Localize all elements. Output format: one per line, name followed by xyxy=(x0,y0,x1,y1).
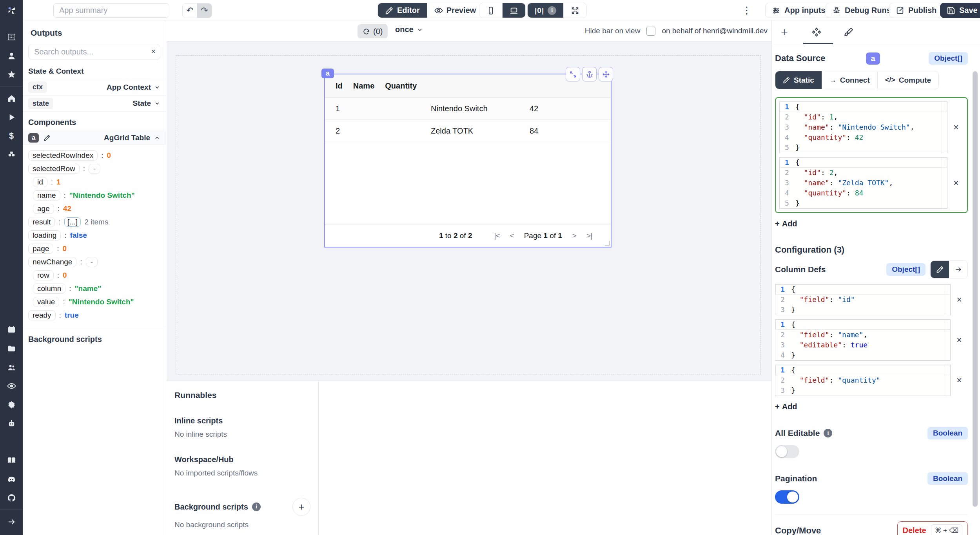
groups-icon[interactable] xyxy=(0,358,23,376)
add-column-def-button[interactable]: +Add xyxy=(775,402,797,411)
cell-name[interactable]: Nintendo Switch xyxy=(420,104,519,113)
remove-item-button[interactable]: × xyxy=(951,375,968,386)
editor-tab[interactable]: Editor xyxy=(378,3,427,18)
prev-page-button[interactable]: < xyxy=(510,231,514,240)
output-key-pill[interactable]: id xyxy=(33,177,47,187)
remove-item-button[interactable]: × xyxy=(951,335,968,345)
cell-id[interactable]: 1 xyxy=(325,104,420,113)
output-tree-row[interactable]: column : "name" xyxy=(33,284,160,294)
output-tree-row[interactable]: selectedRow : - xyxy=(28,164,160,174)
resources-icon[interactable] xyxy=(0,145,23,164)
output-tree-row[interactable]: id : 1 xyxy=(33,177,160,187)
variables-icon[interactable]: $ xyxy=(0,127,23,145)
output-key-pill[interactable]: ready xyxy=(28,310,56,320)
table-header-cell[interactable]: Id xyxy=(325,81,343,90)
undo-button[interactable]: ↶ xyxy=(183,4,197,18)
settings-icon[interactable] xyxy=(0,395,23,414)
table-header-cell[interactable]: Name xyxy=(343,81,374,90)
chevron-down-icon[interactable] xyxy=(154,100,160,107)
output-tree-row[interactable]: ready : true xyxy=(28,310,160,320)
connect-tab[interactable]: → Connect xyxy=(822,71,877,89)
anchor-component-button[interactable] xyxy=(582,67,597,81)
json-editor[interactable]: 1{2 "field": "id"3} xyxy=(775,284,951,315)
all-editable-toggle[interactable] xyxy=(775,445,799,458)
output-tree-row[interactable]: age : 42 xyxy=(33,204,160,214)
frequency-dropdown[interactable]: once xyxy=(395,25,423,34)
fullscreen-button[interactable] xyxy=(563,3,586,18)
output-key-pill[interactable]: page xyxy=(28,244,53,254)
output-tree-row[interactable]: selectedRowIndex : 0 xyxy=(28,150,160,161)
refresh-button[interactable]: (0) xyxy=(358,24,388,38)
rename-pencil-icon[interactable] xyxy=(44,134,51,141)
static-tab[interactable]: Static xyxy=(775,71,822,89)
runs-icon[interactable] xyxy=(0,108,23,127)
collapse-rail-icon[interactable] xyxy=(0,512,23,531)
publish-button[interactable]: Publish xyxy=(889,3,943,18)
component-badge[interactable]: a xyxy=(321,69,334,78)
resize-handle[interactable] xyxy=(605,241,610,246)
desktop-view-button[interactable] xyxy=(502,3,525,18)
discord-icon[interactable] xyxy=(0,470,23,488)
cell-name[interactable]: Zelda TOTK xyxy=(420,127,519,136)
output-key-pill[interactable]: name xyxy=(33,190,60,201)
last-page-button[interactable]: >| xyxy=(586,231,592,240)
app-canvas[interactable]: a Id Name Quantity xyxy=(167,42,771,381)
output-tree-row[interactable]: value : "Nintendo Switch" xyxy=(33,297,160,307)
expand-component-button[interactable] xyxy=(566,67,580,81)
output-key-pill[interactable]: row xyxy=(33,270,54,280)
output-tree-row[interactable]: loading : false xyxy=(28,230,160,240)
styling-tab[interactable] xyxy=(842,26,855,38)
chevron-down-icon[interactable] xyxy=(154,84,160,90)
cell-id[interactable]: 2 xyxy=(325,127,420,136)
docs-icon[interactable] xyxy=(0,451,23,470)
state-context-row[interactable]: state State xyxy=(23,95,166,112)
table-row[interactable]: 2 Zelda TOTK 84 xyxy=(325,120,611,142)
connect-mode-button[interactable] xyxy=(949,261,967,278)
audit-logs-icon[interactable] xyxy=(0,376,23,395)
output-tree-row[interactable]: newChange : - xyxy=(28,257,160,267)
output-tree-row[interactable]: name : "Nintendo Switch" xyxy=(33,190,160,201)
apps-icon[interactable] xyxy=(0,27,23,46)
first-page-button[interactable]: |< xyxy=(494,231,500,240)
state-context-row[interactable]: ctx App Context xyxy=(23,79,166,95)
debug-runs-button[interactable]: Debug Runs xyxy=(826,3,898,18)
delete-component-button[interactable]: Delete ⌘ + ⌫ xyxy=(897,521,968,535)
app-summary-input[interactable] xyxy=(53,3,169,18)
output-tree-row[interactable]: page : 0 xyxy=(28,244,160,254)
cell-quantity[interactable]: 84 xyxy=(519,127,611,136)
pagination-toggle[interactable] xyxy=(775,490,799,504)
app-inputs-button[interactable]: App inputs xyxy=(765,3,832,18)
mobile-view-button[interactable] xyxy=(479,3,502,18)
remove-item-button[interactable]: × xyxy=(947,122,965,133)
github-icon[interactable] xyxy=(0,488,23,507)
json-editor[interactable]: 1{2 "id": 1,3 "name": "Nintendo Switch",… xyxy=(779,101,947,153)
edit-mode-button[interactable] xyxy=(931,261,949,278)
home-icon[interactable] xyxy=(0,89,23,108)
aggrid-table-component[interactable]: a Id Name Quantity xyxy=(324,74,612,248)
json-editor[interactable]: 1{2 "id": 2,3 "name": "Zelda TOTK",4 "qu… xyxy=(779,157,947,209)
insert-component-tab[interactable]: + xyxy=(778,26,791,38)
output-key-pill[interactable]: selectedRow xyxy=(28,164,80,174)
remove-item-button[interactable]: × xyxy=(947,178,965,188)
output-key-pill[interactable]: age xyxy=(33,204,54,214)
output-key-pill[interactable]: result xyxy=(28,217,55,227)
json-editor[interactable]: 1{2 "field": "quantity"3} xyxy=(775,365,951,396)
add-data-item-button[interactable]: +Add xyxy=(775,219,797,228)
remove-item-button[interactable]: × xyxy=(951,295,968,305)
move-component-button[interactable] xyxy=(599,67,613,81)
output-key-pill[interactable]: value xyxy=(33,297,59,307)
output-key-pill[interactable]: loading xyxy=(28,230,61,240)
redo-button[interactable]: ↷ xyxy=(197,4,212,18)
output-key-pill[interactable]: newChange xyxy=(28,257,76,267)
output-key-pill[interactable]: column xyxy=(33,284,65,294)
scrollbar-thumb[interactable] xyxy=(973,71,978,507)
user-icon[interactable] xyxy=(0,46,23,65)
folders-icon[interactable] xyxy=(0,339,23,358)
preview-tab[interactable]: Preview xyxy=(427,3,483,18)
output-tree-row[interactable]: result : [...] 2 items xyxy=(28,217,160,227)
star-icon[interactable] xyxy=(0,65,23,84)
output-tree-row[interactable]: row : 0 xyxy=(33,270,160,280)
chevron-up-icon[interactable] xyxy=(154,135,160,141)
windmill-logo[interactable] xyxy=(0,0,23,20)
more-menu-button[interactable]: ⋮ xyxy=(740,2,753,18)
